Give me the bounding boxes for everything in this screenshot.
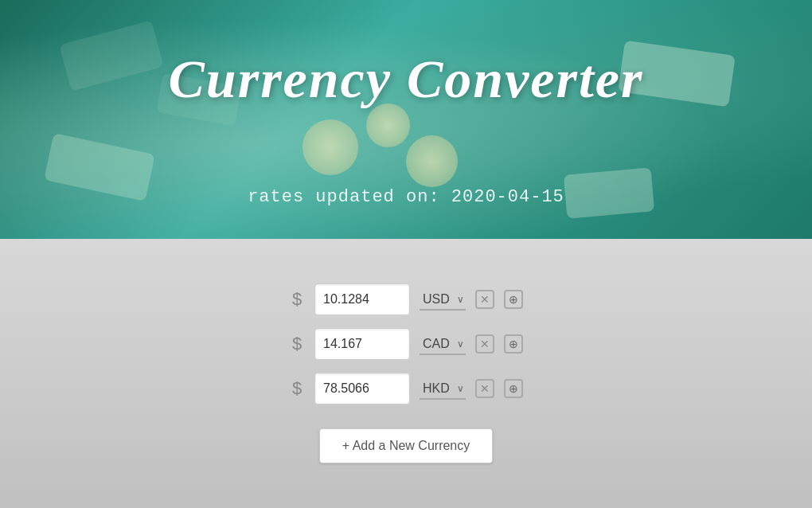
remove-row-usd-button[interactable]: ✕ (475, 290, 494, 309)
converter-section: $ USD CAD HKD EUR GBP ✕ ⊕ $ USD CA (0, 239, 812, 508)
table-row: $ USD CAD HKD EUR GBP ✕ ⊕ (289, 328, 523, 360)
currency-select-wrapper-usd: USD CAD HKD EUR GBP (420, 289, 466, 311)
amount-input-cad[interactable] (314, 328, 410, 360)
hero-section: Currency Converter rates updated on: 202… (0, 0, 812, 239)
dollar-sign-hkd: $ (289, 378, 305, 399)
currency-select-cad[interactable]: USD CAD HKD EUR GBP (420, 334, 466, 355)
amount-input-hkd[interactable] (314, 373, 410, 404)
add-row-usd-button[interactable]: ⊕ (504, 290, 523, 309)
currency-select-hkd[interactable]: USD CAD HKD EUR GBP (420, 378, 466, 400)
dollar-sign-cad: $ (289, 334, 305, 354)
coin-decoration-3 (406, 135, 458, 187)
remove-row-cad-button[interactable]: ✕ (475, 334, 494, 354)
add-row-hkd-button[interactable]: ⊕ (504, 379, 523, 398)
remove-row-hkd-button[interactable]: ✕ (475, 379, 494, 398)
currency-select-wrapper-cad: USD CAD HKD EUR GBP (420, 334, 466, 355)
amount-input-usd[interactable] (314, 283, 410, 315)
rates-label: rates updated on: (248, 187, 439, 207)
table-row: $ USD CAD HKD EUR GBP ✕ ⊕ (289, 373, 523, 404)
table-row: $ USD CAD HKD EUR GBP ✕ ⊕ (289, 283, 523, 315)
add-row-cad-button[interactable]: ⊕ (504, 334, 523, 354)
app-title: Currency Converter (0, 48, 812, 111)
currency-select-wrapper-hkd: USD CAD HKD EUR GBP (420, 378, 466, 400)
currency-rows-container: $ USD CAD HKD EUR GBP ✕ ⊕ $ USD CA (289, 283, 523, 404)
currency-select-usd[interactable]: USD CAD HKD EUR GBP (420, 289, 466, 311)
dollar-sign-usd: $ (289, 289, 305, 310)
add-new-currency-button[interactable]: + Add a New Currency (319, 428, 494, 463)
rates-updated: rates updated on: 2020-04-15 (0, 187, 812, 207)
coin-decoration-1 (303, 119, 358, 175)
rates-date: 2020-04-15 (451, 187, 564, 207)
